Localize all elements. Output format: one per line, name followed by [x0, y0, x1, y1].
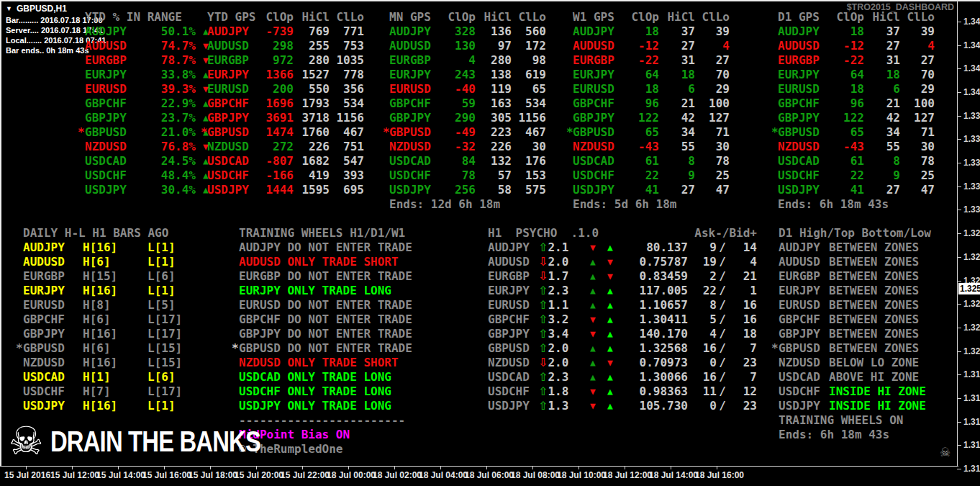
- window-border-top: [0, 0, 980, 1]
- current-price: 140.170: [619, 327, 688, 341]
- hicl-value: 136: [476, 24, 512, 38]
- ask-count: 4: [688, 327, 717, 341]
- low-bars-ago: L[1]: [148, 255, 205, 269]
- clop-value: 18: [824, 24, 864, 38]
- up-arrow-icon: ▲: [602, 328, 619, 339]
- pair-label: EURUSD: [389, 82, 435, 96]
- price-axis-label: 1.32110: [963, 346, 980, 356]
- dropdown-triangle-icon[interactable]: ▼: [6, 6, 12, 12]
- cllo-value: 39: [695, 24, 730, 38]
- high-bars-ago: H[6]: [83, 255, 148, 269]
- time-axis-label: 18 Jul 02:00: [373, 470, 422, 480]
- hicl-value: 21: [864, 96, 900, 110]
- table-row: AUDUSD⇩2.0▲▼0.7578719/4: [488, 254, 757, 269]
- pair-label: GBPCHF: [778, 96, 824, 110]
- low-bars-ago: L[1]: [148, 399, 205, 413]
- cllo-value: 71: [695, 125, 730, 139]
- table-row: Ends: 6h 18m 43s: [771, 197, 935, 211]
- price-axis-label: 1.33145: [963, 204, 980, 215]
- cllo-value: 619: [512, 68, 546, 81]
- col-header-cllo: ClLo: [695, 10, 730, 24]
- pair-label: EURJPY: [389, 68, 435, 81]
- up-block-arrow-icon: ⇧: [538, 240, 548, 254]
- col-header-clop: ClOp: [619, 10, 659, 24]
- section-header: DAILY H-L H1 BARS AGO: [23, 226, 205, 240]
- hicl-value: 27: [659, 183, 695, 197]
- table-row: EURJPY13661527778: [201, 67, 364, 81]
- time-tick: [26, 467, 27, 469]
- range-percent: 23.7%: [137, 111, 196, 125]
- high-bars-ago: H[1]: [83, 370, 148, 384]
- clop-value: 3691: [253, 111, 294, 125]
- range-percent: 50.1%: [137, 24, 196, 38]
- table-row: *GBPUSDH[6]L[15]: [16, 341, 205, 355]
- d1-gps-section: D1 GPSClOpHiClClLoAUDJPY183739AUDUSD-122…: [771, 9, 935, 211]
- range-percent: 33.8%: [137, 68, 196, 81]
- table-row: GBPCHF9621100: [566, 96, 730, 110]
- ask-count: 16: [688, 370, 717, 384]
- pair-label: NZDUSD: [778, 140, 824, 153]
- table-row: EURUSD18629: [566, 81, 730, 96]
- cllo-value: 560: [512, 24, 546, 38]
- table-row: AUDJPY50.1%▲: [78, 24, 216, 38]
- clop-value: 272: [253, 140, 294, 153]
- pair-label: USDCAD: [389, 154, 435, 168]
- askbid-separator: /: [717, 356, 728, 369]
- price-tick: [957, 233, 961, 234]
- price-axis-label: 1.32455: [963, 299, 980, 309]
- up-arrow-icon: ▲: [602, 400, 619, 411]
- psycho-value: ⇧1.3: [538, 399, 584, 413]
- pair-label: GBPUSD: [778, 125, 824, 139]
- chart-window[interactable]: ▼ GBPUSD,H1 Bar......... 2016.07.18 17:0…: [0, 0, 980, 486]
- table-row: GBPJPY12242127: [566, 110, 730, 125]
- star-marker: *: [201, 125, 207, 139]
- cllo-value: 30: [512, 140, 546, 153]
- col-header-cllo: ClLo: [512, 10, 546, 24]
- table-row: EURGBP9722801035: [201, 53, 364, 67]
- clop-value: 200: [253, 82, 294, 96]
- hicl-value: 34: [659, 125, 695, 139]
- table-row: AUDUSD298255753: [201, 38, 364, 53]
- pair-label: USDCHF: [389, 168, 435, 182]
- price-tick: [957, 351, 961, 352]
- up-arrow-icon: ▲: [584, 372, 602, 382]
- hicl-value: 18: [659, 68, 695, 81]
- section-header: MN GPS: [389, 10, 435, 24]
- time-axis-label: 18 Jul 04:00: [419, 470, 468, 480]
- pair-label: USDCHF: [488, 384, 538, 398]
- up-arrow-icon: ▲: [602, 386, 619, 397]
- ytd-gps-section: YTD GPSClOpHiClClLoAUDJPY-739769771AUDUS…: [201, 9, 364, 197]
- pair-label: USDCAD: [573, 154, 619, 168]
- chart-title[interactable]: ▼ GBPUSD,H1: [6, 4, 67, 14]
- hicl-value: 31: [659, 53, 695, 67]
- pair-label: AUDUSD: [207, 39, 253, 53]
- price-tick: [957, 186, 961, 187]
- psycho-section: H1 PSYCHO .1.0Ask-/Bid+AUDJPY⇧2.1▼▲80.13…: [488, 225, 757, 413]
- price-axis-label: 1.32975: [963, 228, 980, 238]
- clop-value: 1444: [253, 183, 294, 197]
- table-row: USDJPY25658575: [383, 182, 546, 197]
- pair-label: AUDUSD: [573, 39, 619, 53]
- table-row: *GBPUSD-49223467: [383, 125, 546, 139]
- up-arrow-icon: ▲: [584, 300, 602, 310]
- table-row: AUDJPYBETWEEN ZONES: [771, 240, 980, 254]
- price-axis-label: 1.34015: [963, 87, 980, 97]
- time-tick: [671, 467, 671, 469]
- table-row: EURJPY33.8%▲: [78, 67, 216, 81]
- down-block-arrow-icon: ⇩: [538, 255, 548, 269]
- ask-count: 9: [688, 240, 717, 254]
- time-tick: [579, 467, 579, 469]
- table-row: EURGBP⇩1.7▲▼0.834592/21: [488, 269, 757, 283]
- cllo-value: 753: [330, 39, 364, 53]
- table-row: GBPCHF59163534: [383, 96, 546, 110]
- cllo-value: 70: [900, 68, 935, 81]
- table-row: NZDUSD-3222630: [383, 139, 546, 153]
- current-price: 0.98363: [619, 384, 688, 398]
- cllo-value: 70: [695, 68, 730, 81]
- col-header-hicl: HiCl: [659, 10, 695, 24]
- current-price: 1.32568: [619, 341, 688, 355]
- time-axis-label: 18 Jul 08:00: [511, 470, 560, 480]
- star-marker: *: [383, 125, 389, 139]
- clop-value: 4: [435, 53, 476, 67]
- pair-label: EURJPY: [779, 284, 829, 297]
